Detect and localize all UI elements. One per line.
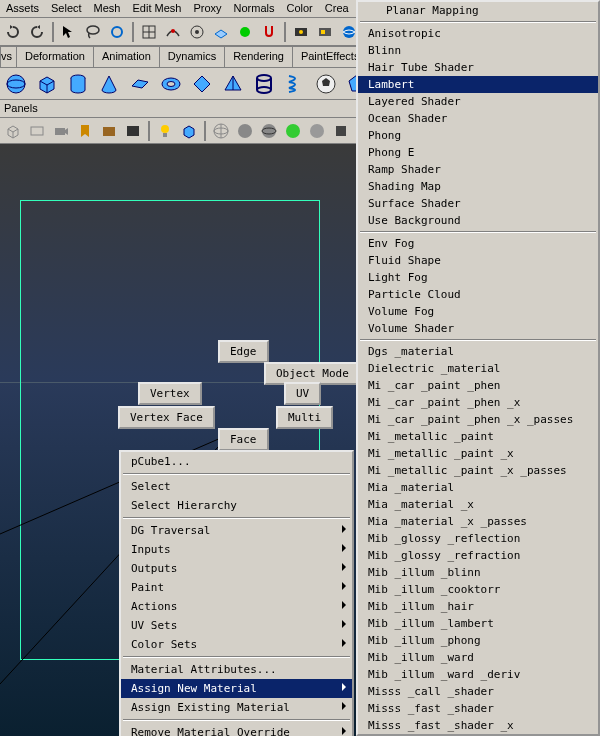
smooth-icon[interactable] bbox=[234, 120, 256, 142]
mat-mia-material[interactable]: Mia _material bbox=[358, 479, 598, 496]
ipr-icon[interactable] bbox=[314, 21, 336, 43]
mat-ramp-shader[interactable]: Ramp Shader bbox=[358, 161, 598, 178]
ctx-assign-existing-material[interactable]: Assign Existing Material bbox=[121, 698, 352, 717]
cone-icon[interactable] bbox=[95, 70, 123, 98]
ctx-paint[interactable]: Paint bbox=[121, 578, 352, 597]
mat-mib-glossy-reflection[interactable]: Mib _glossy _reflection bbox=[358, 530, 598, 547]
ctx-material-attributes-[interactable]: Material Attributes... bbox=[121, 660, 352, 679]
ctx-dg-traversal[interactable]: DG Traversal bbox=[121, 521, 352, 540]
ctx-assign-new-material[interactable]: Assign New Material bbox=[121, 679, 352, 698]
magnet-icon[interactable] bbox=[258, 21, 280, 43]
sphere-icon[interactable] bbox=[2, 70, 30, 98]
mat-mib-glossy-refraction[interactable]: Mib _glossy _refraction bbox=[358, 547, 598, 564]
select-icon[interactable] bbox=[58, 21, 80, 43]
mm-face[interactable]: Face bbox=[218, 428, 269, 451]
mat-light-fog[interactable]: Light Fog bbox=[358, 269, 598, 286]
mat-mi-car-paint-phen[interactable]: Mi _car _paint _phen bbox=[358, 377, 598, 394]
tab-animation[interactable]: Animation bbox=[93, 46, 160, 67]
helix-icon[interactable] bbox=[281, 70, 309, 98]
menu-color[interactable]: Color bbox=[281, 0, 319, 17]
use-lights-icon[interactable] bbox=[306, 120, 328, 142]
tab-cut-left[interactable]: vs bbox=[0, 46, 17, 67]
mat-layered-shader[interactable]: Layered Shader bbox=[358, 93, 598, 110]
render-icon[interactable] bbox=[290, 21, 312, 43]
plane-poly-icon[interactable] bbox=[126, 70, 154, 98]
mat-mib-illum-blinn[interactable]: Mib _illum _blinn bbox=[358, 564, 598, 581]
mat-mi-car-paint-phen-x[interactable]: Mi _car _paint _phen _x bbox=[358, 394, 598, 411]
image-plane-icon[interactable] bbox=[98, 120, 120, 142]
tab-rendering[interactable]: Rendering bbox=[224, 46, 293, 67]
textured-icon[interactable] bbox=[282, 120, 304, 142]
render-view-icon[interactable] bbox=[122, 120, 144, 142]
menu-select[interactable]: Select bbox=[45, 0, 88, 17]
prism-icon[interactable] bbox=[188, 70, 216, 98]
mm-edge[interactable]: Edge bbox=[218, 340, 269, 363]
mm-multi[interactable]: Multi bbox=[276, 406, 333, 429]
light-icon[interactable] bbox=[154, 120, 176, 142]
cylinder-icon[interactable] bbox=[64, 70, 92, 98]
mat-mib-illum-ward[interactable]: Mib _illum _ward bbox=[358, 649, 598, 666]
mat-mi-metallic-paint-x[interactable]: Mi _metallic _paint _x bbox=[358, 445, 598, 462]
mat-use-background[interactable]: Use Background bbox=[358, 212, 598, 229]
mat-particle-cloud[interactable]: Particle Cloud bbox=[358, 286, 598, 303]
cube-icon[interactable] bbox=[33, 70, 61, 98]
mat-dielectric-material[interactable]: Dielectric _material bbox=[358, 360, 598, 377]
mat-ocean-shader[interactable]: Ocean Shader bbox=[358, 110, 598, 127]
pipe-icon[interactable] bbox=[250, 70, 278, 98]
soccer-icon[interactable] bbox=[312, 70, 340, 98]
mat-misss-fast-shader[interactable]: Misss _fast _shader bbox=[358, 700, 598, 717]
paint-select-icon[interactable] bbox=[106, 21, 128, 43]
menu-normals[interactable]: Normals bbox=[228, 0, 281, 17]
mat-mib-illum-cooktorr[interactable]: Mib _illum _cooktorr bbox=[358, 581, 598, 598]
menu-assets[interactable]: Assets bbox=[0, 0, 45, 17]
undo-icon[interactable] bbox=[2, 21, 24, 43]
torus-icon[interactable] bbox=[157, 70, 185, 98]
tab-deformation[interactable]: Deformation bbox=[16, 46, 94, 67]
wireframe-shaded-icon[interactable] bbox=[258, 120, 280, 142]
mat-hair-tube-shader[interactable]: Hair Tube Shader bbox=[358, 59, 598, 76]
mm-uv[interactable]: UV bbox=[284, 382, 321, 405]
tab-dynamics[interactable]: Dynamics bbox=[159, 46, 225, 67]
snap-curve-icon[interactable] bbox=[162, 21, 184, 43]
camera-icon[interactable] bbox=[50, 120, 72, 142]
snap-grid-icon[interactable] bbox=[138, 21, 160, 43]
shadows-icon[interactable] bbox=[330, 120, 352, 142]
ctx-actions[interactable]: Actions bbox=[121, 597, 352, 616]
menu-mesh[interactable]: Mesh bbox=[88, 0, 127, 17]
lasso-icon[interactable] bbox=[82, 21, 104, 43]
mat-mib-illum-phong[interactable]: Mib _illum _phong bbox=[358, 632, 598, 649]
mat-planar-mapping[interactable]: Planar Mapping bbox=[358, 2, 598, 19]
view-gate-icon[interactable] bbox=[26, 120, 48, 142]
mat-volume-fog[interactable]: Volume Fog bbox=[358, 303, 598, 320]
mat-misss-call-shader[interactable]: Misss _call _shader bbox=[358, 683, 598, 700]
mat-blinn[interactable]: Blinn bbox=[358, 42, 598, 59]
ctx-select-hierarchy[interactable]: Select Hierarchy bbox=[121, 496, 352, 515]
ctx-color-sets[interactable]: Color Sets bbox=[121, 635, 352, 654]
redo-icon[interactable] bbox=[26, 21, 48, 43]
mat-mib-illum-ward-deriv[interactable]: Mib _illum _ward _deriv bbox=[358, 666, 598, 683]
isolate-icon[interactable] bbox=[178, 120, 200, 142]
snap-plane-icon[interactable] bbox=[210, 21, 232, 43]
ctx-inputs[interactable]: Inputs bbox=[121, 540, 352, 559]
bookmark-icon[interactable] bbox=[74, 120, 96, 142]
mat-surface-shader[interactable]: Surface Shader bbox=[358, 195, 598, 212]
wireframe-icon[interactable] bbox=[210, 120, 232, 142]
snap-point-icon[interactable] bbox=[186, 21, 208, 43]
mat-fluid-shape[interactable]: Fluid Shape bbox=[358, 252, 598, 269]
mm-vertex[interactable]: Vertex bbox=[138, 382, 202, 405]
mat-phong-e[interactable]: Phong E bbox=[358, 144, 598, 161]
mat-mi-car-paint-phen-x-passes[interactable]: Mi _car _paint _phen _x _passes bbox=[358, 411, 598, 428]
mat-anisotropic[interactable]: Anisotropic bbox=[358, 25, 598, 42]
mat-volume-shader[interactable]: Volume Shader bbox=[358, 320, 598, 337]
ctx-outputs[interactable]: Outputs bbox=[121, 559, 352, 578]
menu-crea[interactable]: Crea bbox=[319, 0, 355, 17]
menu-proxy[interactable]: Proxy bbox=[187, 0, 227, 17]
mat-misss-fast-shader-x[interactable]: Misss _fast _shader _x bbox=[358, 717, 598, 734]
mat-mia-material-x-passes[interactable]: Mia _material _x _passes bbox=[358, 513, 598, 530]
mat-dgs-material[interactable]: Dgs _material bbox=[358, 343, 598, 360]
snap-live-icon[interactable] bbox=[234, 21, 256, 43]
view-cube-icon[interactable] bbox=[2, 120, 24, 142]
ctx-select[interactable]: Select bbox=[121, 477, 352, 496]
mat-mi-metallic-paint[interactable]: Mi _metallic _paint bbox=[358, 428, 598, 445]
pyramid-icon[interactable] bbox=[219, 70, 247, 98]
